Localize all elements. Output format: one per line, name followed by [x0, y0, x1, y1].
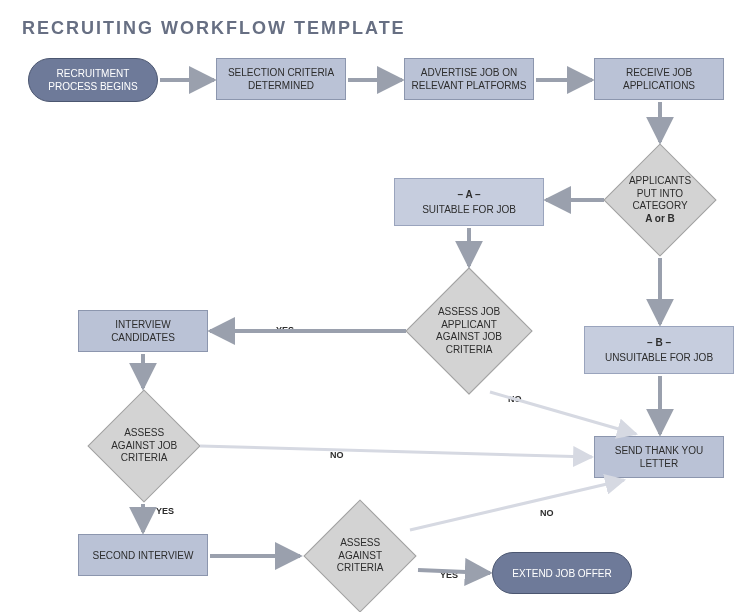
node-second-interview: SECOND INTERVIEW	[78, 534, 208, 576]
node-label-line: CATEGORY	[627, 200, 693, 213]
node-label-wrap: APPLICANTS PUT INTO CATEGORY A or B	[627, 175, 693, 225]
svg-line-12	[200, 446, 592, 457]
node-start-label: RECRUITMENT PROCESS BEGINS	[35, 67, 151, 93]
node-label-wrap: ASSESS JOB APPLICANT AGAINST JOB CRITERI…	[431, 306, 507, 356]
cat-a-text: SUITABLE FOR JOB	[422, 203, 516, 216]
node-label-line: A or B	[627, 213, 693, 226]
node-category-a: – A – SUITABLE FOR JOB	[394, 178, 544, 226]
node-category-b: – B – UNSUITABLE FOR JOB	[584, 326, 734, 374]
cat-b-text: UNSUITABLE FOR JOB	[605, 351, 713, 364]
edge-label-yes-2: YES	[156, 506, 174, 516]
node-label: RECEIVE JOB APPLICATIONS	[601, 66, 717, 92]
node-label-line: AGAINST	[327, 550, 393, 563]
cat-a-label: – A –	[457, 188, 480, 201]
node-label-line: ASSESS	[327, 537, 393, 550]
edge-label-yes-3: YES	[440, 570, 458, 580]
node-label: SECOND INTERVIEW	[93, 549, 194, 562]
node-label-line: CRITERIA	[431, 344, 507, 357]
node-label: ADVERTISE JOB ON RELEVANT PLATFORMS	[411, 66, 527, 92]
page-title: RECRUITING WORKFLOW TEMPLATE	[22, 18, 406, 39]
node-assess-applicant-decision: ASSESS JOB APPLICANT AGAINST JOB CRITERI…	[405, 267, 532, 394]
node-label: SELECTION CRITERIA DETERMINED	[223, 66, 339, 92]
node-label-line: CRITERIA	[111, 452, 177, 465]
node-label-line: ASSESS JOB	[431, 306, 507, 319]
node-thank-you-letter: SEND THANK YOU LETTER	[594, 436, 724, 478]
node-categorize-decision: APPLICANTS PUT INTO CATEGORY A or B	[603, 143, 716, 256]
node-selection-criteria: SELECTION CRITERIA DETERMINED	[216, 58, 346, 100]
node-label: EXTEND JOB OFFER	[512, 567, 611, 580]
node-label: SEND THANK YOU LETTER	[601, 444, 717, 470]
node-label-line: ASSESS	[111, 427, 177, 440]
node-receive-applications: RECEIVE JOB APPLICATIONS	[594, 58, 724, 100]
edge-label-no-1: NO	[508, 394, 522, 404]
node-label-line: APPLICANT	[431, 319, 507, 332]
node-label-line: AGAINST JOB	[111, 440, 177, 453]
node-label-line: APPLICANTS	[627, 175, 693, 188]
edge-label-no-2: NO	[330, 450, 344, 460]
node-label: INTERVIEW CANDIDATES	[85, 318, 201, 344]
node-label-wrap: ASSESS AGAINST JOB CRITERIA	[111, 427, 177, 465]
node-label-line: PUT INTO	[627, 188, 693, 201]
node-assess-criteria-3-decision: ASSESS AGAINST CRITERIA	[303, 499, 416, 612]
node-interview-candidates: INTERVIEW CANDIDATES	[78, 310, 208, 352]
node-label-wrap: ASSESS AGAINST CRITERIA	[327, 537, 393, 575]
node-extend-job-offer: EXTEND JOB OFFER	[492, 552, 632, 594]
edge-label-yes-1: YES	[276, 325, 294, 335]
node-label-line: CRITERIA	[327, 562, 393, 575]
node-advertise: ADVERTISE JOB ON RELEVANT PLATFORMS	[404, 58, 534, 100]
node-start: RECRUITMENT PROCESS BEGINS	[28, 58, 158, 102]
svg-line-15	[410, 480, 624, 530]
node-assess-criteria-2-decision: ASSESS AGAINST JOB CRITERIA	[87, 389, 200, 502]
edge-label-no-3: NO	[540, 508, 554, 518]
node-label-line: AGAINST JOB	[431, 331, 507, 344]
cat-b-label: – B –	[647, 336, 671, 349]
